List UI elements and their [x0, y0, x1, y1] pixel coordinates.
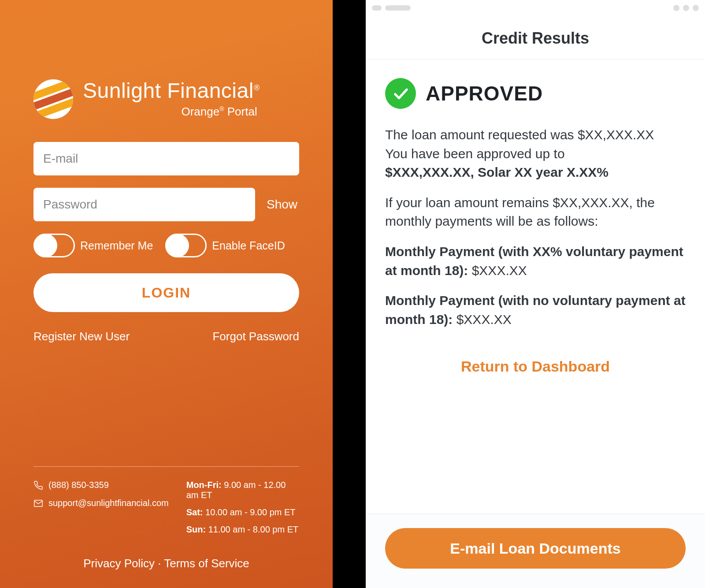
svg-rect-0 [34, 500, 42, 506]
legal-separator: · [158, 557, 164, 570]
terms-of-service-link[interactable]: Terms of Service [164, 557, 249, 570]
faceid-label: Enable FaceID [212, 239, 285, 252]
remaining-amount-text: If your loan amount remains $XX,XXX.XX, … [385, 194, 686, 231]
register-link[interactable]: Register New User [33, 330, 130, 343]
support-phone: (888) 850-3359 [48, 480, 109, 490]
brand-row: Sunlight Financial® Orange® Portal [33, 79, 299, 119]
return-to-dashboard-link[interactable]: Return to Dashboard [366, 340, 705, 390]
mail-icon [33, 499, 43, 508]
phone-icon [33, 480, 43, 490]
device-status-bar [366, 0, 705, 11]
brand-name: Sunlight Financial® [83, 80, 260, 101]
credit-results-panel: Credit Results APPROVED The loan amount … [366, 0, 705, 588]
approved-status: APPROVED [426, 82, 543, 105]
page-title: Credit Results [366, 11, 705, 60]
approved-upto-prefix: You have been approved up to [385, 146, 565, 161]
remember-me-toggle[interactable] [33, 234, 75, 257]
requested-amount-text: The loan amount requested was $XX,XXX.XX [385, 127, 654, 142]
brand-subtitle: Orange® Portal [83, 105, 260, 119]
support-email: support@sunlightfinancial.com [48, 498, 169, 508]
monthly-with-value: $XXX.XX [472, 263, 527, 278]
login-panel: Sunlight Financial® Orange® Portal Show … [0, 0, 333, 588]
password-input[interactable] [33, 188, 255, 221]
support-hours: Mon-Fri: 9.00 am - 12.00 am ET Sat: 10.0… [186, 480, 299, 542]
privacy-policy-link[interactable]: Privacy Policy [83, 557, 155, 570]
monthly-with-label: Monthly Payment (with XX% voluntary paym… [385, 244, 683, 278]
show-password-button[interactable]: Show [265, 197, 299, 212]
monthly-without-label: Monthly Payment (with no voluntary payme… [385, 293, 686, 327]
email-loan-documents-button[interactable]: E-mail Loan Documents [385, 528, 686, 569]
monthly-without-value: $XXX.XX [456, 312, 512, 327]
faceid-toggle[interactable] [165, 234, 207, 257]
email-input[interactable] [33, 142, 299, 175]
approved-upto-value: $XXX,XXX.XX, Solar XX year X.XX% [385, 165, 609, 179]
footer-divider [33, 466, 299, 467]
forgot-password-link[interactable]: Forgot Password [212, 330, 299, 343]
login-button[interactable]: LOGIN [33, 273, 299, 312]
remember-me-label: Remember Me [80, 239, 153, 252]
brand-logo-icon [33, 79, 73, 119]
approved-check-icon [385, 78, 416, 109]
